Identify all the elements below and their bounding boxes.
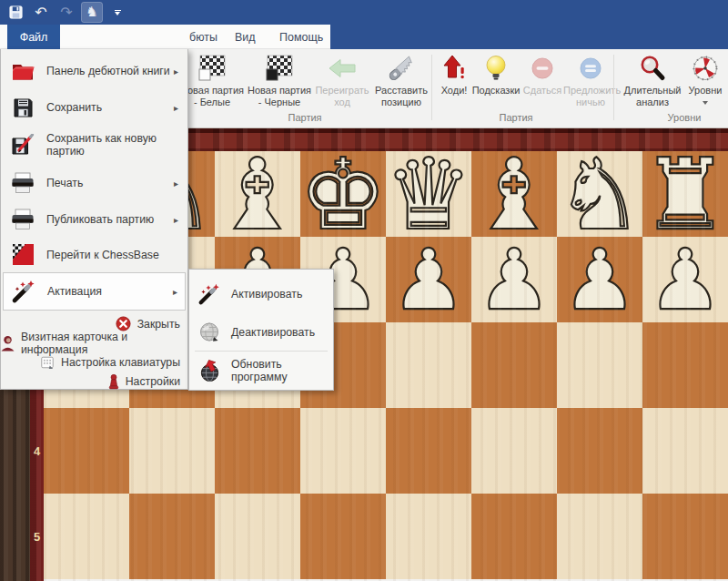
board-square[interactable] bbox=[129, 408, 215, 494]
tab-debuts[interactable]: бюты bbox=[189, 25, 217, 49]
engine-knight-icon[interactable]: ♞ bbox=[82, 3, 102, 22]
tab-file[interactable]: Файл bbox=[7, 25, 60, 49]
board-white-icon bbox=[178, 52, 246, 85]
board-square[interactable] bbox=[557, 322, 642, 408]
white-pawn[interactable]: ♟ bbox=[471, 237, 557, 322]
menu-bar: Файл бюты Вид Помощь bbox=[0, 25, 728, 49]
save-icon[interactable] bbox=[5, 3, 25, 22]
menu-item-goto-chessbase[interactable]: Перейти к ChessBase bbox=[3, 237, 186, 272]
white-piece[interactable]: ♝ bbox=[215, 151, 300, 237]
close-circle-icon bbox=[116, 316, 131, 331]
white-pawn[interactable]: ♟ bbox=[386, 237, 471, 322]
dropdown-caret-icon bbox=[703, 101, 708, 105]
board-square[interactable] bbox=[386, 494, 471, 579]
menu-item-save-as-new-game[interactable]: Сохранить как новую партию bbox=[3, 126, 186, 164]
setup-position-button[interactable]: Расставитьпозицию bbox=[372, 52, 430, 123]
redo-icon: ↷ bbox=[56, 3, 76, 22]
floppy-pen-icon bbox=[9, 134, 36, 156]
title-bar: ↶ ↷ ♞ bbox=[0, 0, 728, 25]
board-square[interactable] bbox=[386, 408, 471, 494]
board-square[interactable] bbox=[44, 408, 129, 494]
magnifier-icon bbox=[620, 52, 685, 85]
board-square[interactable] bbox=[215, 408, 300, 494]
white-piece[interactable]: ♝ bbox=[471, 151, 557, 237]
bulb-icon bbox=[470, 52, 521, 85]
red-up-arrow-icon bbox=[435, 52, 473, 85]
submenu-item-deactivate[interactable]: Деактивировать bbox=[191, 314, 331, 351]
group-label-game-1: Партия bbox=[288, 112, 321, 123]
new-game-white-button[interactable]: Новая партия- Белые bbox=[178, 52, 246, 123]
rank-label: 4 bbox=[30, 444, 44, 458]
white-piece[interactable]: ♜ bbox=[642, 151, 728, 237]
submenu-arrow-icon bbox=[174, 66, 178, 76]
board-square[interactable] bbox=[300, 408, 386, 494]
magic-wand-icon bbox=[197, 282, 222, 306]
red-pawn-icon bbox=[108, 373, 119, 390]
tab-view[interactable]: Вид bbox=[235, 25, 256, 49]
board-square[interactable] bbox=[557, 494, 642, 579]
minus-circle-icon bbox=[518, 52, 567, 85]
levels-dial-icon bbox=[683, 52, 727, 85]
white-pawn[interactable]: ♟ bbox=[642, 237, 728, 322]
floppy-icon bbox=[9, 97, 36, 118]
green-back-arrow-icon bbox=[312, 52, 372, 85]
menu-item-keyboard-setup[interactable]: Настройка клавиатуры bbox=[40, 352, 180, 372]
menu-item-opening-book-panel[interactable]: Панель дебютной книги bbox=[3, 53, 186, 89]
board-square[interactable] bbox=[642, 494, 728, 579]
submenu-arrow-icon bbox=[174, 215, 178, 225]
gray-globe-icon bbox=[197, 321, 222, 343]
quick-access-toolbar: ↶ ↷ ♞ bbox=[5, 0, 127, 25]
board-square[interactable] bbox=[300, 494, 386, 579]
group-divider bbox=[613, 55, 614, 120]
board-square[interactable] bbox=[471, 408, 557, 494]
board-square[interactable] bbox=[642, 322, 728, 408]
magic-wand-icon bbox=[10, 279, 37, 304]
submenu-item-update-program[interactable]: Обновить программу bbox=[191, 352, 331, 389]
white-piece[interactable]: ♚ bbox=[300, 151, 386, 237]
menu-item-activation[interactable]: Активация bbox=[3, 272, 186, 311]
opening-book-folder-icon bbox=[9, 62, 36, 81]
file-menu-panel: Панель дебютной книги Сохранить bbox=[0, 49, 188, 390]
white-pawn[interactable]: ♟ bbox=[557, 237, 642, 322]
white-piece[interactable]: ♞ bbox=[557, 151, 642, 237]
tab-help[interactable]: Помощь bbox=[279, 25, 323, 49]
chessbase-icon bbox=[9, 243, 36, 266]
submenu-arrow-icon bbox=[174, 178, 178, 189]
keyboard-page-icon bbox=[40, 355, 55, 370]
board-square[interactable] bbox=[215, 494, 300, 579]
white-piece[interactable]: ♛ bbox=[386, 151, 471, 237]
undo-icon[interactable]: ↶ bbox=[31, 3, 51, 22]
board-square[interactable] bbox=[471, 494, 557, 579]
person-icon bbox=[1, 335, 15, 352]
saw-icon bbox=[372, 52, 430, 85]
submenu-separator bbox=[195, 351, 328, 352]
application-window: 45 ♜♞♝♚♛♝♞♜♟♟♟♟♟♟♟♟ ↶ ↷ ♞ bbox=[0, 0, 728, 581]
equals-circle-icon bbox=[563, 52, 618, 85]
menu-item-print[interactable]: Печать bbox=[3, 164, 186, 202]
group-label-game-2: Партия bbox=[499, 112, 532, 123]
group-label-levels: Уровни bbox=[668, 112, 702, 123]
board-square[interactable] bbox=[642, 408, 728, 494]
board-square[interactable] bbox=[557, 408, 642, 494]
menu-item-save[interactable]: Сохранить bbox=[3, 89, 186, 126]
submenu-arrow-icon bbox=[174, 103, 178, 113]
activation-submenu: Активировать Деактивировать bbox=[188, 269, 334, 391]
submenu-arrow-icon bbox=[173, 287, 177, 297]
globe-update-icon bbox=[197, 359, 222, 382]
rank-label: 5 bbox=[30, 530, 44, 544]
board-square[interactable] bbox=[386, 322, 471, 408]
board-square[interactable] bbox=[44, 494, 129, 579]
printer-icon bbox=[9, 209, 36, 230]
board-square[interactable] bbox=[129, 494, 215, 579]
menu-item-business-card-info[interactable]: Визитная карточка и информация bbox=[1, 333, 180, 352]
board-black-icon bbox=[245, 52, 314, 85]
customize-caret-icon[interactable] bbox=[107, 3, 127, 22]
offer-draw-button: Предложитьничью bbox=[563, 52, 618, 123]
menu-item-publish-game[interactable]: Публиковать партию bbox=[3, 202, 186, 237]
board-square[interactable] bbox=[471, 322, 557, 408]
move-now-button[interactable]: Ходи! bbox=[435, 52, 473, 123]
menu-item-settings[interactable]: Настройки bbox=[108, 372, 180, 391]
printer-icon bbox=[9, 172, 36, 194]
group-divider bbox=[431, 55, 432, 120]
submenu-item-activate[interactable]: Активировать bbox=[191, 274, 331, 314]
